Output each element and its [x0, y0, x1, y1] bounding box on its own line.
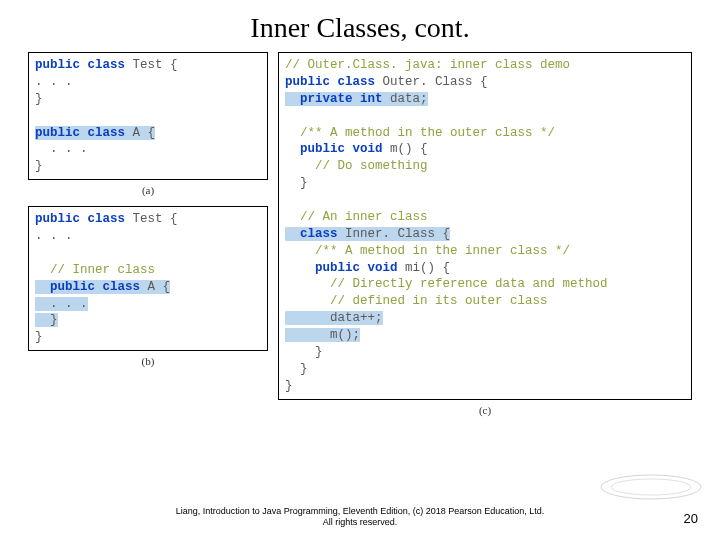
txt: data++; [285, 311, 383, 325]
txt: . . . [35, 142, 88, 156]
code-b: public class Test { . . . // Inner class… [35, 211, 261, 346]
txt: } [285, 379, 293, 393]
txt: data; [390, 92, 428, 106]
code-a: public class Test { . . . } public class… [35, 57, 261, 175]
slide-title: Inner Classes, cont. [0, 0, 720, 52]
txt: } [285, 362, 308, 376]
caption-b: (b) [28, 355, 268, 367]
kw: public class [35, 280, 148, 294]
kw: public void [285, 142, 390, 156]
svg-point-0 [601, 475, 701, 499]
kw: class [285, 227, 345, 241]
txt: Inner. Class { [345, 227, 450, 241]
txt: } [285, 176, 308, 190]
comment: // Do something [285, 159, 428, 173]
txt: . . . [35, 75, 73, 89]
code-c: // Outer.Class. java: inner class demo p… [285, 57, 685, 395]
txt: } [285, 345, 323, 359]
txt: Test { [133, 58, 178, 72]
comment: // An inner class [285, 210, 428, 224]
txt: Test { [133, 212, 178, 226]
kw: public class [35, 126, 133, 140]
footer-line2: All rights reserved. [0, 517, 720, 528]
footer-line1: Liang, Introduction to Java Programming,… [0, 506, 720, 517]
code-box-a: public class Test { . . . } public class… [28, 52, 268, 180]
kw: public void [285, 261, 405, 275]
right-column: // Outer.Class. java: inner class demo p… [278, 52, 692, 426]
txt: } [35, 313, 58, 327]
kw: private int [285, 92, 390, 106]
page-number: 20 [684, 511, 698, 526]
kw: public class [35, 212, 133, 226]
txt: A { [148, 280, 171, 294]
kw: public class [35, 58, 133, 72]
comment: /** A method in the inner class */ [285, 244, 570, 258]
txt: . . . [35, 229, 73, 243]
txt: m() { [390, 142, 428, 156]
caption-a: (a) [28, 184, 268, 196]
txt: . . . [35, 297, 88, 311]
caption-c: (c) [278, 404, 692, 416]
comment: /** A method in the outer class */ [285, 126, 555, 140]
comment: // Outer.Class. java: inner class demo [285, 58, 570, 72]
txt: Outer. Class { [383, 75, 488, 89]
left-column: public class Test { . . . } public class… [28, 52, 268, 426]
txt: mi() { [405, 261, 450, 275]
kw: public class [285, 75, 383, 89]
blank [35, 246, 43, 260]
txt: m(); [285, 328, 360, 342]
txt: A { [133, 126, 156, 140]
code-box-c: // Outer.Class. java: inner class demo p… [278, 52, 692, 400]
txt: } [35, 330, 43, 344]
footer: Liang, Introduction to Java Programming,… [0, 506, 720, 528]
txt: } [35, 92, 43, 106]
comment: // Directly reference data and method [285, 277, 608, 291]
comment: // Inner class [35, 263, 155, 277]
svg-point-1 [611, 479, 691, 495]
decorative-swoosh [596, 462, 706, 512]
txt: } [35, 159, 43, 173]
code-box-b: public class Test { . . . // Inner class… [28, 206, 268, 351]
comment: // defined in its outer class [285, 294, 548, 308]
content-area: public class Test { . . . } public class… [0, 52, 720, 426]
